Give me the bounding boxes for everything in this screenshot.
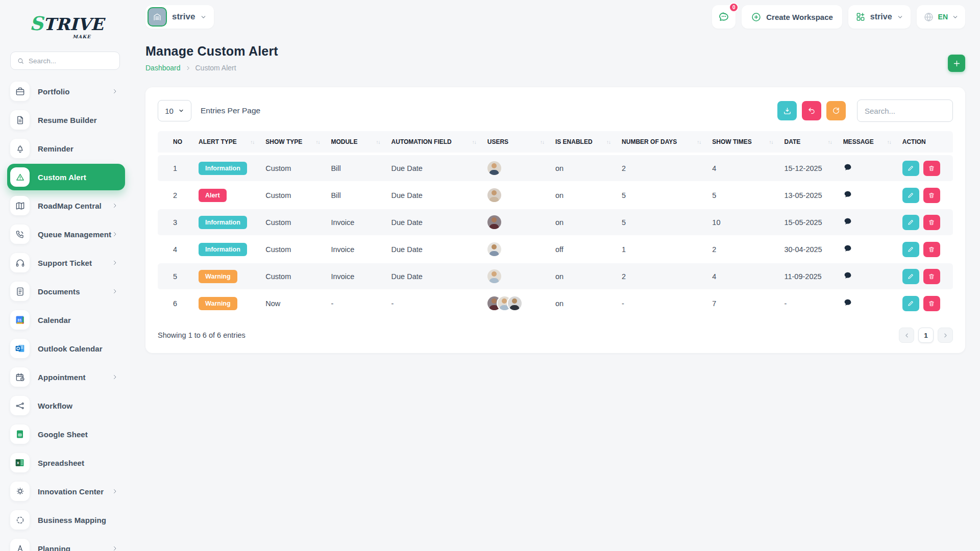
edit-button[interactable] (902, 296, 919, 311)
previous-page-button[interactable] (899, 328, 914, 343)
table-row: 2 Alert Custom Bill Due Date on 5 5 13-0… (158, 182, 953, 209)
language-selector[interactable]: EN (917, 5, 965, 29)
col-users[interactable]: USERS (484, 131, 552, 155)
col-message[interactable]: MESSAGE (840, 131, 899, 155)
cell-date: 30-04-2025 (781, 236, 840, 263)
cell-module: - (328, 290, 388, 317)
edit-button[interactable] (902, 188, 919, 203)
col-automation-field[interactable]: AUTOMATION FIELD (388, 131, 484, 155)
cell-module: Bill (328, 155, 388, 182)
cell-number-of-days: 1 (619, 236, 709, 263)
delete-button[interactable] (923, 188, 940, 203)
undo-arrow-icon (807, 107, 816, 115)
cell-automation-field: Due Date (388, 209, 484, 236)
cell-is-enabled: off (552, 236, 619, 263)
create-workspace-button[interactable]: Create Workspace (742, 5, 842, 29)
col-alert-type[interactable]: ALERT TYPE (195, 131, 262, 155)
edit-button[interactable] (902, 161, 919, 176)
calendar-clock-icon (10, 367, 30, 387)
message-button[interactable] (843, 163, 852, 172)
cell-is-enabled: on (552, 209, 619, 236)
export-button[interactable] (777, 101, 797, 120)
sidebar-item-queue-management[interactable]: Queue Management (10, 224, 123, 244)
delete-button[interactable] (923, 215, 940, 230)
delete-button[interactable] (923, 296, 940, 311)
sidebar-item-workflow[interactable]: Workflow (10, 395, 123, 416)
col-is-enabled[interactable]: IS ENABLED (552, 131, 619, 155)
sidebar-search-input[interactable] (29, 57, 113, 65)
message-button[interactable] (843, 190, 852, 199)
sidebar-item-appointment[interactable]: Appointment (10, 367, 123, 387)
sidebar-item-resume-builder[interactable]: Resume Builder (10, 110, 123, 130)
sort-icon (887, 139, 896, 145)
message-button[interactable] (843, 244, 852, 253)
alert-type-badge: Warning (199, 297, 237, 310)
chat-badge: 0 (729, 3, 739, 12)
sidebar-menu: Portfolio Resume Builder Reminder C (0, 81, 130, 551)
sidebar-item-documents[interactable]: Documents (10, 281, 123, 302)
workspace-switcher[interactable]: strive (848, 5, 911, 29)
workspace-pill[interactable]: strive (145, 5, 214, 29)
sidebar-item-outlook-calendar[interactable]: Outlook Calendar (10, 338, 123, 359)
message-button[interactable] (843, 298, 852, 307)
chevron-right-icon (185, 65, 191, 71)
breadcrumb-dashboard-link[interactable]: Dashboard (145, 64, 181, 72)
delete-button[interactable] (923, 242, 940, 257)
cell-show-times: 4 (709, 263, 781, 290)
col-module[interactable]: MODULE (328, 131, 388, 155)
sidebar-item-planning[interactable]: Planning (10, 538, 123, 551)
sidebar-item-support-ticket[interactable]: Support Ticket (10, 253, 123, 273)
refresh-button[interactable] (826, 101, 846, 120)
sidebar-item-label: Resume Builder (38, 116, 97, 124)
cell-automation-field: Due Date (388, 155, 484, 182)
sidebar-item-label: Custom Alert (38, 173, 86, 182)
sidebar-item-spreadsheet[interactable]: X Spreadsheet (10, 453, 123, 473)
chevron-down-icon (200, 14, 207, 20)
google-calendar-icon: 31 (10, 310, 30, 330)
sidebar-item-innovation-center[interactable]: Innovation Center (10, 481, 123, 502)
next-page-button[interactable] (938, 328, 953, 343)
col-show-type[interactable]: SHOW TYPE (262, 131, 328, 155)
undo-button[interactable] (802, 101, 821, 120)
delete-button[interactable] (923, 161, 940, 176)
message-button[interactable] (843, 217, 852, 226)
globe-icon (923, 12, 934, 22)
sidebar-item-reminder[interactable]: Reminder (10, 138, 123, 159)
add-alert-button[interactable] (948, 55, 965, 72)
chat-button[interactable]: 0 (712, 5, 736, 29)
chevron-right-icon (112, 374, 118, 380)
sidebar-item-roadmap-central[interactable]: RoadMap Central (10, 195, 123, 216)
cell-show-type: Now (262, 290, 328, 317)
chevron-right-icon (112, 545, 118, 551)
delete-button[interactable] (923, 269, 940, 284)
cell-no: 3 (158, 209, 195, 236)
cell-show-type: Custom (262, 209, 328, 236)
sort-icon (697, 139, 706, 145)
col-number-of-days[interactable]: NUMBER OF DAYS (619, 131, 709, 155)
sidebar-item-calendar[interactable]: 31 Calendar (10, 310, 123, 330)
sidebar-item-portfolio[interactable]: Portfolio (10, 81, 123, 102)
sidebar-item-google-sheet[interactable]: Google Sheet (10, 424, 123, 444)
cell-number-of-days: 5 (619, 209, 709, 236)
plus-circle-icon (751, 12, 762, 22)
user-avatar (487, 269, 501, 283)
edit-button[interactable] (902, 215, 919, 230)
table-search-input[interactable] (857, 99, 953, 122)
sidebar-search[interactable] (10, 52, 120, 70)
download-icon (783, 107, 792, 115)
col-date[interactable]: DATE (781, 131, 840, 155)
chevron-down-icon (952, 14, 959, 20)
message-button[interactable] (843, 271, 852, 280)
cell-no: 4 (158, 236, 195, 263)
entries-per-page-select[interactable]: 10 (158, 100, 191, 121)
edit-button[interactable] (902, 269, 919, 284)
cell-show-type: Custom (262, 263, 328, 290)
col-action: ACTION (899, 131, 953, 155)
sidebar-item-custom-alert[interactable]: Custom Alert (7, 164, 125, 190)
sidebar-item-business-mapping[interactable]: Business Mapping (10, 510, 123, 530)
page-title: Manage Custom Alert (145, 44, 278, 59)
edit-button[interactable] (902, 242, 919, 257)
col-show-times[interactable]: SHOW TIMES (709, 131, 781, 155)
page-number-button[interactable]: 1 (918, 328, 934, 343)
table-header-row: NO ALERT TYPE SHOW TYPE MODULE AUTOMATIO… (158, 131, 953, 155)
